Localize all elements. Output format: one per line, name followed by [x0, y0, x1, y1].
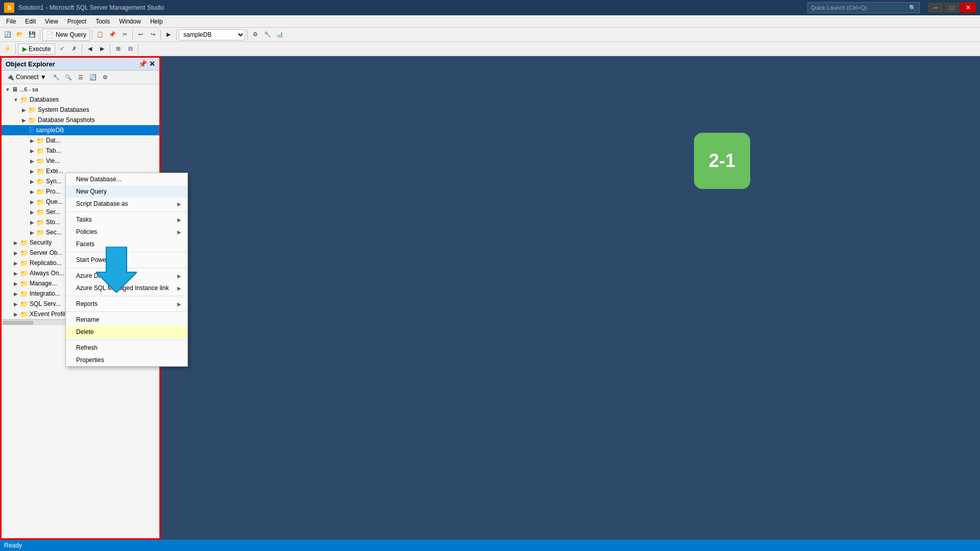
ctx-delete[interactable]: Delete [66, 326, 187, 338]
scroll-thumb[interactable] [3, 321, 33, 325]
oe-settings-icon[interactable]: ⚙ [100, 71, 111, 83]
execute-label: Execute [29, 45, 51, 53]
toolbar-extra2[interactable]: 🔧 [262, 29, 273, 40]
ctx-new-database[interactable]: New Database... [66, 173, 187, 185]
ctx-refresh[interactable]: Refresh [66, 342, 187, 354]
quick-launch[interactable]: Quick Launch (Ctrl+Q) 🔍 [807, 2, 920, 13]
ctx-sep5 [66, 312, 187, 312]
menu-view[interactable]: View [41, 17, 62, 26]
menu-edit[interactable]: Edit [21, 17, 40, 26]
oe-pin-icon[interactable]: 📌 [138, 60, 147, 68]
oe-toolbar: 🔌 Connect ▼ 🔧 🔍 ☰ 🔄 ⚙ [2, 70, 159, 84]
db-snapshots-label: Database Snapshots [38, 116, 94, 124]
tree-dat[interactable]: ▶📁Dat... [2, 135, 159, 146]
ctx-sep4 [66, 296, 187, 296]
menu-help[interactable]: Help [146, 17, 167, 26]
tree-db-snapshots[interactable]: ▶ 📁 Database Snapshots [2, 115, 159, 125]
toolbar-extra3[interactable]: 📊 [274, 29, 285, 40]
ctx-rename[interactable]: Rename [66, 314, 187, 326]
toolbar2-check[interactable]: ✓ [56, 43, 67, 55]
tree-expand-icon: ▼ [4, 87, 12, 92]
execute-button[interactable]: ▶ Execute [18, 43, 55, 55]
badge-text: 2-1 [709, 150, 735, 172]
toolbar-save-icon[interactable]: 💾 [27, 29, 38, 40]
oe-header: Object Explorer 📌 ✕ [2, 58, 159, 70]
toolbar-undo[interactable]: ↩ [135, 29, 146, 40]
ctx-sep1 [66, 211, 187, 212]
ctx-new-query[interactable]: New Query [66, 185, 187, 198]
reports-arrow: ▶ [177, 301, 181, 307]
sys-expand-icon: ▶ [20, 107, 28, 113]
tree-tab[interactable]: ▶📁Tab... [2, 146, 159, 156]
green-badge: 2-1 [694, 133, 750, 189]
toolbar2-btn2[interactable]: ▶ [97, 43, 108, 55]
execute-icon: ▶ [22, 45, 27, 53]
azure-data-arrow: ▶ [177, 273, 181, 279]
connect-icon: 🔌 [7, 74, 14, 81]
ctx-reports[interactable]: Reports ▶ [66, 298, 187, 310]
database-dropdown[interactable]: sampleDB [179, 29, 245, 40]
connect-dropdown-icon: ▼ [40, 74, 46, 81]
new-query-button[interactable]: 📄 New Query [42, 29, 90, 41]
snap-expand-icon: ▶ [20, 117, 28, 123]
minimize-button[interactable]: ─ [928, 3, 943, 13]
toolbar2-item1[interactable]: ⚡ [2, 43, 13, 55]
sampledb-icon: 🗄 [28, 127, 34, 134]
main-content: Object Explorer 📌 ✕ 🔌 Connect ▼ 🔧 🔍 ☰ 🔄 … [0, 56, 980, 540]
ctx-azure-sql[interactable]: Azure SQL Managed Instance link ▶ [66, 282, 187, 294]
tree-databases-folder[interactable]: ▼ 📁 Databases [2, 94, 159, 105]
menu-tools[interactable]: Tools [91, 17, 114, 26]
toolbar2-parse[interactable]: ✗ [68, 43, 80, 55]
toolbar-debug[interactable]: ▶ [163, 29, 174, 40]
tree-system-databases[interactable]: ▶ 📁 System Databases [2, 105, 159, 115]
menu-project[interactable]: Project [63, 17, 90, 26]
ctx-sep2 [66, 252, 187, 252]
ctx-properties[interactable]: Properties [66, 354, 187, 366]
tree-vie[interactable]: ▶📁Vie... [2, 156, 159, 166]
toolbar-open-icon[interactable]: 📂 [14, 29, 26, 40]
toolbar-extra1[interactable]: ⚙ [250, 29, 261, 40]
ctx-start-powershell[interactable]: Start PowerShell [66, 254, 187, 266]
db-expand-icon: ▼ [12, 97, 20, 103]
title-text: Solution1 - Microsoft SQL Server Managem… [18, 4, 164, 11]
toolbar-redo[interactable]: ↪ [147, 29, 158, 40]
close-button[interactable]: ✕ [961, 3, 976, 13]
ctx-sep6 [66, 340, 187, 340]
toolbar-cut[interactable]: ✂ [119, 29, 130, 40]
ctx-facets[interactable]: Facets [66, 238, 187, 250]
oe-filter2-icon[interactable]: 🔍 [63, 71, 74, 83]
context-menu: New Database... New Query Script Databas… [65, 173, 188, 367]
database-select[interactable]: sampleDB [179, 29, 245, 40]
menu-window[interactable]: Window [115, 17, 145, 26]
tree-sampledb[interactable]: ▼ 🗄 sampleDB [2, 125, 159, 135]
oe-filter-icon[interactable]: 🔧 [51, 71, 62, 83]
menu-file[interactable]: File [2, 17, 20, 26]
maximize-button[interactable]: □ [944, 3, 960, 13]
new-query-icon: 📄 [46, 31, 54, 38]
server-icon: 🖥 [12, 86, 18, 93]
workspace: 2-1 [161, 56, 980, 540]
toolbar1: 🔄 📂 💾 📄 New Query 📋 📌 ✂ ↩ ↪ ▶ sampleDB ⚙… [0, 28, 980, 42]
status-text: Ready [4, 542, 22, 549]
tree-server-node[interactable]: ▼ 🖥 ...6 - sa [2, 84, 159, 94]
new-query-label: New Query [56, 31, 86, 38]
ctx-policies[interactable]: Policies ▶ [66, 226, 187, 238]
oe-filter-clear-icon[interactable]: ☰ [75, 71, 86, 83]
toolbar-paste[interactable]: 📌 [107, 29, 118, 40]
toolbar-new-icon[interactable]: 🔄 [2, 29, 13, 40]
toolbar-copy[interactable]: 📋 [94, 29, 106, 40]
quick-launch-text: Quick Launch (Ctrl+Q) [811, 5, 867, 11]
search-icon: 🔍 [909, 5, 916, 11]
oe-close-icon[interactable]: ✕ [149, 60, 155, 68]
ctx-tasks[interactable]: Tasks ▶ [66, 213, 187, 226]
status-bar: Ready [0, 540, 980, 551]
oe-refresh-icon[interactable]: 🔄 [87, 71, 99, 83]
toolbar2-btn4[interactable]: ⊟ [125, 43, 136, 55]
system-db-icon: 📁 [28, 106, 36, 114]
ctx-azure-data[interactable]: Azure Data... ▶ [66, 270, 187, 282]
ctx-script-database-as[interactable]: Script Database as ▶ [66, 198, 187, 210]
menu-bar: File Edit View Project Tools Window Help [0, 15, 980, 28]
toolbar2-btn3[interactable]: ⊞ [112, 43, 124, 55]
connect-button[interactable]: 🔌 Connect ▼ [4, 73, 50, 82]
toolbar2-btn1[interactable]: ◀ [84, 43, 95, 55]
